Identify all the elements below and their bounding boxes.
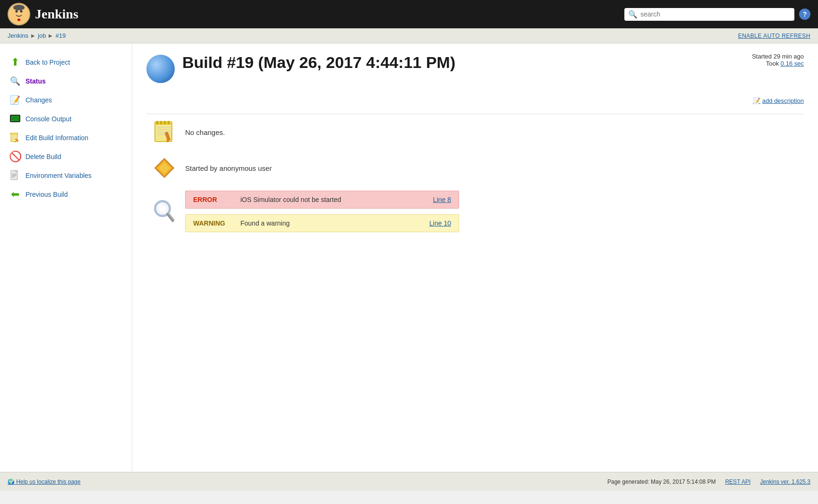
no-sign-icon: 🚫 (9, 151, 21, 162)
search-large-icon (151, 198, 178, 225)
sidebar-label-changes: Changes (26, 96, 52, 104)
error-label: ERROR (193, 196, 231, 203)
sidebar-label-previous-build: Previous Build (26, 191, 68, 198)
alerts-container: ERROR iOS Simulator could not be started… (185, 191, 459, 232)
warning-alert-box: WARNING Found a warning Line 10 (185, 214, 459, 232)
breadcrumb-jenkins[interactable]: Jenkins (8, 32, 28, 39)
jenkins-logo (8, 3, 30, 25)
sidebar-item-changes[interactable]: 📝 Changes (0, 91, 132, 109)
sidebar-item-edit-build-information[interactable]: Edit Build Information (0, 128, 132, 147)
started-by-row: Started by anonymous user (151, 155, 804, 181)
content: Build #19 (May 26, 2017 4:44:11 PM) Star… (132, 43, 818, 472)
build-took: Took 0.16 sec (752, 60, 804, 67)
alerts-row: ERROR iOS Simulator could not be started… (151, 191, 804, 232)
header-left: Jenkins (8, 3, 78, 25)
main: ⬆ Back to Project 🔍 Status 📝 Changes _ C… (0, 43, 818, 472)
header-right: 🔍 ? (624, 8, 810, 21)
svg-point-4 (20, 10, 23, 13)
up-arrow-icon: ⬆ (9, 57, 21, 68)
build-took-link[interactable]: 0.16 sec (781, 60, 804, 67)
rest-api-link[interactable]: REST API (725, 479, 750, 485)
help-icon[interactable]: ? (799, 8, 810, 20)
jenkins-title: Jenkins (35, 7, 78, 22)
sidebar: ⬆ Back to Project 🔍 Status 📝 Changes _ C… (0, 43, 132, 472)
breadcrumb-arrow-1: ▶ (31, 33, 35, 38)
sidebar-item-previous-build[interactable]: ⬅ Previous Build (0, 185, 132, 204)
svg-text:_: _ (11, 117, 14, 121)
search-input[interactable] (640, 10, 791, 18)
footer-right: Page generated: May 26, 2017 5:14:08 PM … (607, 479, 810, 485)
add-description-link[interactable]: 📝 add description (753, 97, 804, 104)
started-by-text: Started by anonymous user (185, 164, 272, 172)
sidebar-label-status: Status (26, 77, 46, 85)
warning-message: Found a warning (240, 219, 420, 227)
sidebar-label-environment-variables: Environment Variables (26, 172, 92, 179)
build-title: Build #19 (May 26, 2017 4:44:11 PM) (182, 53, 455, 72)
svg-rect-29 (164, 121, 166, 125)
svg-rect-27 (156, 121, 158, 125)
generated-text: Page generated: May 26, 2017 5:14:08 PM (607, 479, 716, 485)
sidebar-label-console-output: Console Output (26, 115, 71, 123)
build-started-ago: Started 29 min ago (752, 53, 804, 60)
breadcrumb-arrow-2: ▶ (49, 33, 52, 38)
sidebar-label-edit-build-information: Edit Build Information (26, 134, 88, 142)
svg-point-3 (16, 10, 18, 13)
build-header: Build #19 (May 26, 2017 4:44:11 PM) Star… (146, 53, 804, 83)
notepad-icon: 📝 (9, 94, 21, 106)
localize-icon: 🌍 (8, 479, 15, 485)
sidebar-item-delete-build[interactable]: 🚫 Delete Build (0, 147, 132, 166)
build-info: No changes. Started by anonymous user (146, 119, 804, 232)
no-changes-icon (151, 119, 178, 145)
sidebar-item-console-output[interactable]: _ Console Output (0, 109, 132, 128)
separator-1 (146, 114, 804, 114)
svg-rect-28 (160, 121, 162, 125)
console-icon: _ (9, 113, 21, 125)
build-status-icon (146, 55, 175, 83)
build-meta: Started 29 min ago Took 0.16 sec (752, 53, 804, 67)
error-alert-box: ERROR iOS Simulator could not be started… (185, 191, 459, 209)
sidebar-item-back-to-project[interactable]: ⬆ Back to Project (0, 53, 132, 72)
warning-label: WARNING (193, 219, 231, 227)
svg-rect-30 (168, 121, 170, 125)
warning-line-link[interactable]: Line 10 (429, 219, 451, 227)
sidebar-item-status[interactable]: 🔍 Status (0, 72, 132, 91)
edit-description-icon: 📝 (753, 97, 760, 104)
svg-rect-16 (10, 133, 10, 134)
breadcrumb: Jenkins ▶ job ▶ #19 Enable Auto Refresh (0, 28, 818, 43)
header: Jenkins 🔍 ? (0, 0, 818, 28)
add-description-area: 📝 add description (146, 97, 804, 104)
edit-icon (9, 132, 21, 143)
file-icon (9, 170, 21, 181)
sidebar-item-environment-variables[interactable]: Environment Variables (0, 166, 132, 185)
sidebar-label-back-to-project: Back to Project (26, 59, 70, 66)
magnifier-icon: 🔍 (9, 76, 21, 87)
footer: 🌍 Help us localize this page Page genera… (0, 472, 818, 491)
previous-arrow-icon: ⬅ (9, 189, 21, 200)
diamond-icon (151, 155, 178, 181)
no-changes-row: No changes. (151, 119, 804, 145)
svg-point-6 (13, 5, 25, 10)
localize-link[interactable]: 🌍 Help us localize this page (8, 479, 80, 485)
breadcrumb-job[interactable]: job (38, 32, 46, 39)
jenkins-version-link[interactable]: Jenkins ver. 1.625.3 (760, 479, 810, 485)
error-line-link[interactable]: Line 8 (433, 196, 451, 203)
search-box[interactable]: 🔍 (624, 8, 794, 21)
svg-point-44 (158, 204, 162, 208)
search-icon: 🔍 (628, 10, 638, 19)
breadcrumb-build-number[interactable]: #19 (55, 32, 66, 39)
build-title-area: Build #19 (May 26, 2017 4:44:11 PM) (146, 53, 455, 83)
footer-left: 🌍 Help us localize this page (8, 479, 80, 485)
svg-rect-17 (17, 133, 18, 134)
error-message: iOS Simulator could not be started (240, 196, 424, 203)
sidebar-label-delete-build: Delete Build (26, 153, 61, 160)
breadcrumb-left: Jenkins ▶ job ▶ #19 (8, 32, 66, 39)
auto-refresh-link[interactable]: Enable Auto Refresh (738, 33, 810, 39)
no-changes-text: No changes. (185, 128, 225, 136)
